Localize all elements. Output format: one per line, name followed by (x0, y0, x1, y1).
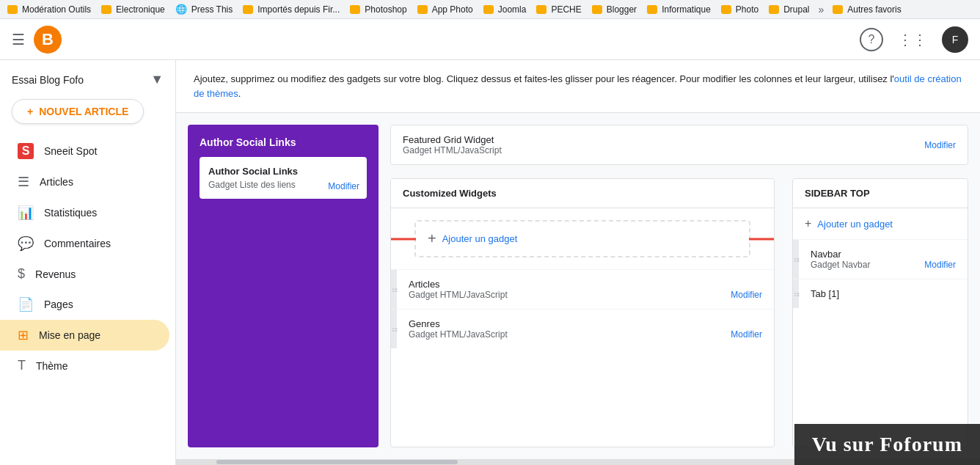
widget-row-genres: ⠿ Genres Gadget HTML/JavaScript Modifier (391, 309, 774, 348)
widget-genres-content: Genres Gadget HTML/JavaScript (397, 310, 719, 348)
help-icon[interactable]: ? (860, 28, 883, 51)
sidebar-top-add-gadget-link[interactable]: Ajouter un gadget (817, 219, 893, 230)
sidebar-top-add-gadget-row[interactable]: + Ajouter un gadget (793, 208, 968, 239)
sidebar-item-commentaires[interactable]: 💬 Commentaires (0, 228, 169, 259)
widget-row-articles: ⠿ Articles Gadget HTML/JavaScript Modifi… (391, 269, 774, 309)
revenus-icon: $ (18, 266, 25, 282)
widget-navbar-subtitle: Gadget Navbar (811, 260, 901, 270)
widget-genres-subtitle: Gadget HTML/JavaScript (409, 329, 707, 340)
add-gadget-row[interactable]: + Ajouter un gadget (414, 220, 750, 257)
content-body: Author Social Links Author Social Links … (176, 113, 980, 459)
bookmark-app-photo[interactable]: App Photo (413, 3, 478, 16)
sneeit-icon: S (18, 143, 34, 159)
sidebar-label-theme: Thème (36, 360, 68, 372)
bookmarks-bar: Modération Outils Electronique 🌐 Press T… (0, 0, 980, 19)
sidebar-top-header: SIDEBAR TOP (793, 179, 968, 208)
user-avatar[interactable]: F (942, 26, 968, 53)
widget-navbar-title: Navbar (811, 249, 901, 260)
sidebar-top-plus-icon: + (805, 217, 811, 230)
pages-icon: 📄 (18, 296, 34, 312)
author-social-links-panel: Author Social Links Author Social Links … (188, 125, 379, 447)
watermark-text: Vu sur Foforum (812, 433, 962, 455)
widget-tab1-title: Tab [1] (811, 288, 956, 299)
widget-drag-handle-articles[interactable]: ⠿ (391, 270, 397, 309)
widget-row-navbar: ⠿ Navbar Gadget Navbar Modifier (793, 239, 968, 279)
sidebar-label-statistiques: Statistiques (44, 207, 97, 219)
sidebar-item-articles[interactable]: ☰ Articles (0, 166, 169, 197)
articles-icon: ☰ (18, 174, 29, 190)
blog-selector[interactable]: Essai Blog Fofo ▼ (0, 66, 175, 93)
header-text: Ajoutez, supprimez ou modifiez des gadge… (194, 73, 894, 84)
bookmark-joomla[interactable]: Joomla (479, 3, 531, 16)
content-header: Ajoutez, supprimez ou modifiez des gadge… (176, 60, 980, 113)
widget-drag-handle-genres[interactable]: ⠿ (391, 310, 397, 348)
new-article-button[interactable]: + NOUVEL ARTICLE (12, 99, 144, 124)
sidebar-label-mise-en-page: Mise en page (39, 329, 100, 341)
bookmark-moderation[interactable]: Modération Outils (3, 3, 95, 16)
scroll-thumb (216, 460, 458, 464)
watermark: Vu sur Foforum (794, 424, 980, 465)
bookmark-photoshop[interactable]: Photoshop (345, 3, 411, 16)
widget-navbar-modifier[interactable]: Modifier (913, 240, 968, 279)
panels-row: Customized Widgets + Ajouter un gadget (390, 178, 968, 447)
widget-genres-modifier[interactable]: Modifier (719, 310, 774, 348)
bookmark-autres-favoris[interactable]: Autres favoris (828, 3, 905, 16)
blogger-logo[interactable]: B (34, 26, 62, 54)
bookmarks-more-button[interactable]: » (816, 2, 827, 17)
widget-drag-handle-navbar[interactable]: ⠿ (793, 240, 799, 279)
apps-grid-icon[interactable]: ⋮⋮ (898, 31, 927, 48)
featured-widget-title: Featured Grid Widget (403, 134, 502, 145)
bookmark-drupal[interactable]: Drupal (764, 3, 813, 16)
widget-modifier-button[interactable]: Modifier (328, 181, 359, 191)
customized-widgets-section: Customized Widgets + Ajouter un gadget (390, 178, 775, 447)
mise-en-page-icon: ⊞ (18, 327, 29, 343)
sidebar-item-statistiques[interactable]: 📊 Statistiques (0, 197, 169, 228)
customized-widgets-header: Customized Widgets (391, 179, 774, 208)
bookmark-importes[interactable]: Importés depuis Fir... (238, 3, 344, 16)
bookmark-informatique[interactable]: Informatique (643, 3, 715, 16)
content-area: Ajoutez, supprimez ou modifiez des gadge… (176, 60, 980, 465)
bookmark-electronique[interactable]: Electronique (97, 3, 169, 16)
sidebar-label-revenus: Revenus (35, 268, 76, 280)
featured-modifier-link[interactable]: Modifier (924, 140, 956, 150)
sidebar-item-theme[interactable]: T Thème (0, 351, 169, 381)
sidebar-label-pages: Pages (44, 299, 73, 310)
sidebar: Essai Blog Fofo ▼ + NOUVEL ARTICLE S Sne… (0, 60, 176, 465)
featured-grid-section: Featured Grid Widget Gadget HTML/JavaScr… (390, 125, 968, 165)
sidebar-item-mise-en-page[interactable]: ⊞ Mise en page (0, 320, 169, 351)
left-red-line (390, 238, 416, 240)
widget-articles-content: Articles Gadget HTML/JavaScript (397, 270, 719, 309)
commentaires-icon: 💬 (18, 235, 34, 252)
bookmark-press-this[interactable]: 🌐 Press This (171, 2, 237, 16)
author-social-links-widget: Author Social Links Gadget Liste des lie… (200, 157, 367, 199)
featured-section-content: Featured Grid Widget Gadget HTML/JavaScr… (391, 125, 968, 164)
sidebar-item-pages[interactable]: 📄 Pages (0, 289, 169, 320)
sidebar-label-sneeit: Sneeit Spot (44, 145, 97, 157)
bookmark-blogger[interactable]: Blogger (588, 3, 641, 16)
widget-articles-title: Articles (409, 279, 707, 290)
widget-drag-handle-tab1[interactable]: ⠿ (793, 279, 799, 308)
bookmark-peche[interactable]: PECHE (532, 3, 585, 16)
widget-articles-modifier[interactable]: Modifier (719, 270, 774, 309)
sidebar-item-revenus[interactable]: $ Revenus (0, 259, 169, 289)
widget-navbar-content: Navbar Gadget Navbar (799, 240, 913, 279)
widget-card-title: Author Social Links (208, 166, 358, 177)
add-gadget-link[interactable]: Ajouter un gadget (442, 233, 518, 244)
press-this-icon: 🌐 (175, 4, 187, 15)
widget-genres-title: Genres (409, 318, 707, 329)
add-gadget-plus-icon: + (428, 230, 436, 247)
statistiques-icon: 📊 (18, 205, 34, 221)
featured-widget-subtitle: Gadget HTML/JavaScript (403, 145, 502, 155)
blog-selector-name: Essai Blog Fofo (12, 74, 84, 86)
sidebar-item-sneeit[interactable]: S Sneeit Spot (0, 136, 169, 166)
theme-icon: T (18, 358, 26, 373)
widget-articles-subtitle: Gadget HTML/JavaScript (409, 290, 707, 300)
header-suffix: . (238, 88, 241, 99)
widget-tab1-content: Tab [1] (799, 279, 968, 308)
hamburger-menu-icon[interactable]: ☰ (12, 31, 25, 48)
sidebar-label-articles: Articles (40, 176, 73, 188)
right-red-line (749, 238, 775, 240)
widget-row-tab1: ⠿ Tab [1] (793, 279, 968, 308)
bookmark-photo[interactable]: Photo (717, 3, 763, 16)
top-navigation: ☰ B ? ⋮⋮ F (0, 19, 980, 60)
